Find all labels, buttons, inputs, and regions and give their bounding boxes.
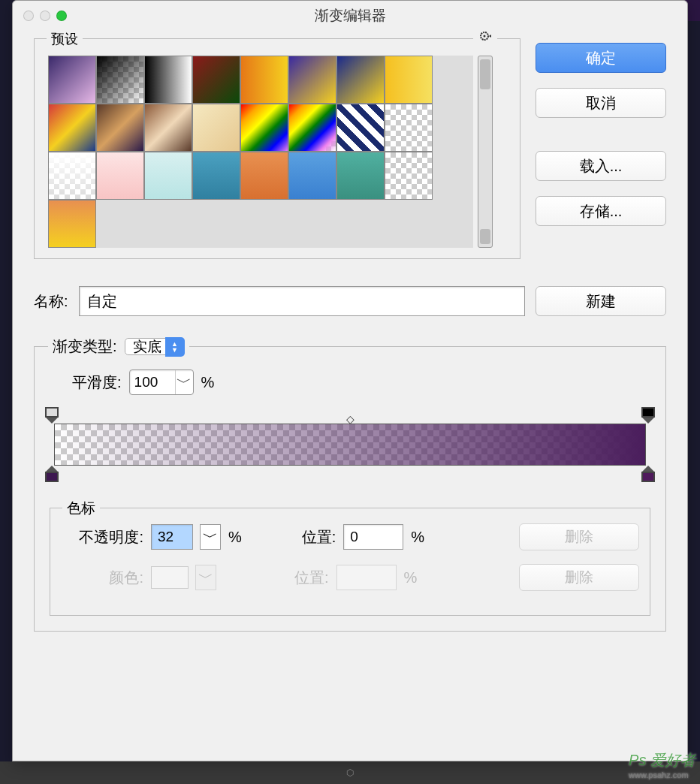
gradient-type-select[interactable]: 实底 ▲▼	[125, 337, 185, 357]
position1-label: 位置:	[302, 527, 336, 547]
color-chip	[151, 566, 189, 589]
presets-label: 预设	[47, 30, 83, 48]
opacity-input[interactable]	[151, 524, 193, 550]
opacity-stop-right[interactable]	[640, 407, 656, 424]
preset-swatch[interactable]	[336, 56, 385, 104]
preset-swatch[interactable]	[240, 56, 288, 104]
smoothness-label: 平滑度:	[72, 372, 122, 393]
presets-gear-icon[interactable]	[473, 29, 497, 47]
preset-swatch[interactable]	[385, 152, 433, 200]
gradient-bar[interactable]	[54, 424, 646, 466]
opacity-unit: %	[228, 529, 242, 546]
preset-swatch[interactable]	[385, 56, 433, 104]
position2-input	[336, 565, 397, 590]
preset-swatch[interactable]	[336, 104, 385, 152]
watermark: Ps 爱好者 www.psahz.com	[629, 750, 695, 779]
opacity-stop-left[interactable]	[44, 407, 60, 424]
opacity-dropdown-icon[interactable]: ﹀	[200, 524, 221, 550]
name-input[interactable]	[79, 286, 525, 316]
position2-unit: %	[404, 569, 418, 586]
preset-swatch[interactable]	[192, 56, 240, 104]
preset-swatch[interactable]	[144, 104, 192, 152]
color-stops-group: 色标 不透明度: ﹀ % 位置: % 删除 颜色: ﹀	[50, 508, 650, 616]
preset-swatch[interactable]	[96, 104, 144, 152]
preset-swatch[interactable]	[96, 56, 144, 104]
titlebar: 渐变编辑器	[13, 1, 687, 31]
preset-swatch[interactable]	[288, 104, 336, 152]
ok-button[interactable]: 确定	[536, 43, 666, 73]
new-button[interactable]: 新建	[536, 286, 666, 316]
dialog-window: 渐变编辑器 预设	[12, 0, 688, 761]
color-dropdown-icon: ﹀	[195, 565, 216, 590]
save-button[interactable]: 存储...	[536, 196, 666, 226]
preset-swatch[interactable]	[385, 104, 433, 152]
preset-swatch[interactable]	[336, 152, 385, 200]
presets-grid[interactable]	[48, 56, 473, 248]
preset-swatch[interactable]	[96, 152, 144, 200]
name-label: 名称:	[34, 291, 68, 312]
presets-group: 预设	[34, 38, 520, 259]
chevron-down-icon[interactable]: ﹀	[175, 370, 193, 394]
load-button[interactable]: 载入...	[536, 151, 666, 181]
footer-bar: ⬡	[0, 761, 700, 784]
preset-swatch[interactable]	[144, 56, 192, 104]
color-stop-left[interactable]	[44, 466, 60, 484]
preset-swatch[interactable]	[48, 104, 96, 152]
gradient-type-label: 渐变类型:	[53, 336, 117, 357]
position1-input[interactable]	[343, 524, 403, 550]
position2-label: 位置:	[294, 568, 329, 588]
preset-swatch[interactable]	[240, 152, 288, 200]
presets-scrollbar[interactable]	[478, 56, 493, 248]
preset-swatch[interactable]	[192, 104, 240, 152]
preset-swatch[interactable]	[48, 56, 96, 104]
gradient-settings-group: 渐变类型: 实底 ▲▼ 平滑度: ﹀ % ◇	[34, 346, 666, 632]
preset-swatch[interactable]	[48, 152, 96, 200]
smoothness-unit: %	[201, 374, 215, 391]
color-label: 颜色:	[61, 568, 143, 588]
delete-color-stop-button: 删除	[519, 564, 639, 591]
preset-swatch[interactable]	[288, 152, 336, 200]
delete-opacity-stop-button[interactable]: 删除	[519, 523, 639, 550]
preset-swatch[interactable]	[288, 56, 336, 104]
preset-swatch[interactable]	[192, 152, 240, 200]
preset-swatch[interactable]	[240, 104, 288, 152]
opacity-label: 不透明度:	[61, 527, 143, 547]
preset-swatch[interactable]	[144, 152, 192, 200]
position1-unit: %	[411, 529, 424, 546]
preset-swatch[interactable]	[48, 200, 96, 248]
color-stop-right[interactable]	[640, 466, 656, 484]
dialog-title: 渐变编辑器	[13, 6, 687, 26]
smoothness-input[interactable]: ﹀	[129, 369, 194, 395]
color-stops-label: 色标	[62, 499, 100, 518]
svg-point-1	[484, 35, 486, 38]
cancel-button[interactable]: 取消	[536, 88, 666, 118]
